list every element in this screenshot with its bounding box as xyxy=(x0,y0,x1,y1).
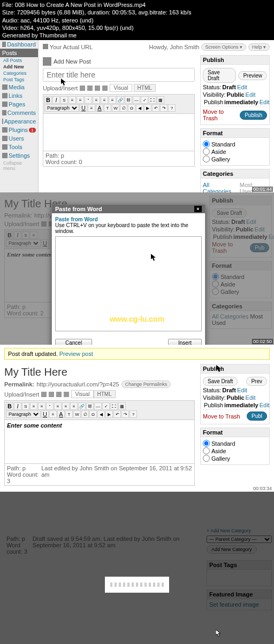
sidebar-plugins[interactable]: Plugins 1 xyxy=(0,126,38,134)
ul-button[interactable]: ≡ xyxy=(30,402,37,410)
fullscreen-button[interactable]: ⛶ xyxy=(149,96,156,104)
preview-button[interactable]: Preview xyxy=(238,71,267,80)
italic-button[interactable]: I xyxy=(14,402,21,410)
sidebar-collapse[interactable]: Collapse menu xyxy=(0,160,38,172)
help-icon-button[interactable]: ? xyxy=(168,104,176,112)
tab-html[interactable]: HTML xyxy=(134,84,156,92)
indent-button[interactable]: ▶ xyxy=(105,410,113,418)
preview-button[interactable]: Prev xyxy=(246,377,267,386)
justify-button[interactable]: ≡ xyxy=(88,104,95,112)
spell-button[interactable]: ✓ xyxy=(141,96,148,104)
bold-button[interactable]: B xyxy=(6,402,13,410)
format-gallery[interactable]: Gallery xyxy=(203,455,267,462)
strike-button[interactable]: S xyxy=(22,402,29,410)
sidebar-comments[interactable]: Comments xyxy=(0,108,38,117)
format-aside[interactable]: Aside xyxy=(203,447,267,454)
visibility-edit[interactable]: Edit xyxy=(246,91,256,98)
help-button[interactable]: Help ▾ xyxy=(248,43,270,51)
sidebar-tools[interactable]: Tools xyxy=(0,143,38,151)
publish-button[interactable]: Publ xyxy=(247,412,267,421)
paste-text-button[interactable]: T xyxy=(104,104,111,112)
undo-button[interactable]: ↶ xyxy=(152,104,159,112)
sidebar-add-new[interactable]: Add New xyxy=(0,64,38,70)
sidebar-pages[interactable]: Pages xyxy=(0,100,38,108)
sidebar-all-posts[interactable]: All Posts xyxy=(0,57,38,64)
sidebar-appearance[interactable]: Appearance xyxy=(0,117,38,126)
sidebar-media[interactable]: Media xyxy=(0,83,38,91)
insert-video-icon[interactable] xyxy=(87,86,93,91)
parent-category-select[interactable]: — Parent Category — xyxy=(207,536,272,543)
format-select[interactable]: Paragraph xyxy=(44,104,79,112)
tab-visual[interactable]: Visual xyxy=(110,84,132,92)
status-edit[interactable]: Edit xyxy=(237,84,247,90)
set-featured-image-link[interactable]: Set featured image xyxy=(209,601,259,608)
visibility-edit[interactable]: Edit xyxy=(246,394,256,401)
clear-format-button[interactable]: ∅ xyxy=(81,410,89,418)
more-button[interactable]: — xyxy=(94,402,102,410)
align-left-button[interactable]: ≡ xyxy=(54,402,62,410)
publish-edit[interactable]: Edit xyxy=(260,402,270,408)
kitchen-sink-button[interactable]: ▦ xyxy=(157,96,164,104)
align-right-button[interactable]: ≡ xyxy=(109,96,116,104)
paste-text-button[interactable]: T xyxy=(65,410,73,418)
close-button[interactable]: × xyxy=(194,206,202,212)
move-to-trash[interactable]: Move to Trash xyxy=(203,413,240,420)
status-edit[interactable]: Edit xyxy=(237,387,247,393)
howdy-text[interactable]: Howdy, John Smith xyxy=(149,44,199,50)
redo-button[interactable]: ↷ xyxy=(160,104,168,112)
save-draft-button[interactable]: Save Draft xyxy=(203,68,236,83)
cancel-button[interactable]: Cancel xyxy=(55,339,92,345)
save-draft-button[interactable]: Save Draft xyxy=(203,377,238,386)
sidebar-categories[interactable]: Categories xyxy=(0,70,38,76)
help-icon-button[interactable]: ? xyxy=(130,410,137,418)
strike-button[interactable]: S xyxy=(60,96,68,104)
move-to-trash[interactable]: Move to Trash xyxy=(203,108,238,121)
sidebar-users[interactable]: Users xyxy=(0,134,38,143)
ol-button[interactable]: ≡ xyxy=(77,96,84,104)
publish-button[interactable]: Publish xyxy=(240,111,267,120)
tab-all-categories[interactable]: All Categories xyxy=(203,182,239,192)
sidebar-post-tags[interactable]: Post Tags xyxy=(0,76,38,83)
tab-html[interactable]: HTML xyxy=(94,390,116,398)
sidebar-posts[interactable]: Posts xyxy=(0,49,38,57)
align-left-button[interactable]: ≡ xyxy=(93,96,100,104)
format-select[interactable]: Paragraph xyxy=(6,410,41,418)
paste-word-button[interactable]: W xyxy=(73,410,81,418)
screen-options-button[interactable]: Screen Options ▾ xyxy=(201,43,246,51)
color-button[interactable]: A xyxy=(96,104,103,112)
underline-button[interactable]: U xyxy=(80,104,87,112)
site-url[interactable]: Your Actual URL xyxy=(50,44,93,50)
link-button[interactable]: 🔗 xyxy=(78,402,86,410)
editor-body[interactable]: Enter some content xyxy=(4,420,195,464)
add-new-category-link[interactable]: + Add New Category xyxy=(207,528,272,533)
char-button[interactable]: Ω xyxy=(128,104,135,112)
ol-button[interactable]: ≡ xyxy=(38,402,45,410)
format-standard[interactable]: Standard xyxy=(203,440,267,447)
insert-image-icon[interactable] xyxy=(41,392,47,397)
justify-button[interactable]: ≡ xyxy=(49,410,57,418)
bold-button[interactable]: B xyxy=(44,96,52,104)
sidebar-links[interactable]: Links xyxy=(0,91,38,100)
indent-button[interactable]: ▶ xyxy=(144,104,151,112)
paste-word-button[interactable]: W xyxy=(112,104,119,112)
format-aside[interactable]: Aside xyxy=(203,148,267,155)
align-right-button[interactable]: ≡ xyxy=(70,402,78,410)
insert-media-icon[interactable] xyxy=(64,392,69,397)
underline-button[interactable]: U xyxy=(41,410,49,418)
kitchen-sink-button[interactable]: ▦ xyxy=(118,402,126,410)
color-button[interactable]: A xyxy=(57,410,65,418)
align-center-button[interactable]: ≡ xyxy=(101,96,108,104)
unlink-button[interactable]: ⛓ xyxy=(125,96,132,104)
fullscreen-button[interactable]: ⛶ xyxy=(110,402,118,410)
quote-button[interactable]: " xyxy=(46,402,54,410)
spell-button[interactable]: ✓ xyxy=(102,402,110,410)
more-button[interactable]: — xyxy=(133,96,140,104)
post-title-input[interactable] xyxy=(43,68,195,82)
add-category-button[interactable]: Add New Category xyxy=(207,545,257,554)
clear-format-button[interactable]: ∅ xyxy=(120,104,127,112)
undo-button[interactable]: ↶ xyxy=(113,410,121,418)
insert-audio-icon[interactable] xyxy=(56,392,62,397)
sidebar-dashboard[interactable]: Dashboard xyxy=(0,40,38,49)
format-gallery[interactable]: Gallery xyxy=(203,156,267,162)
align-center-button[interactable]: ≡ xyxy=(62,402,70,410)
